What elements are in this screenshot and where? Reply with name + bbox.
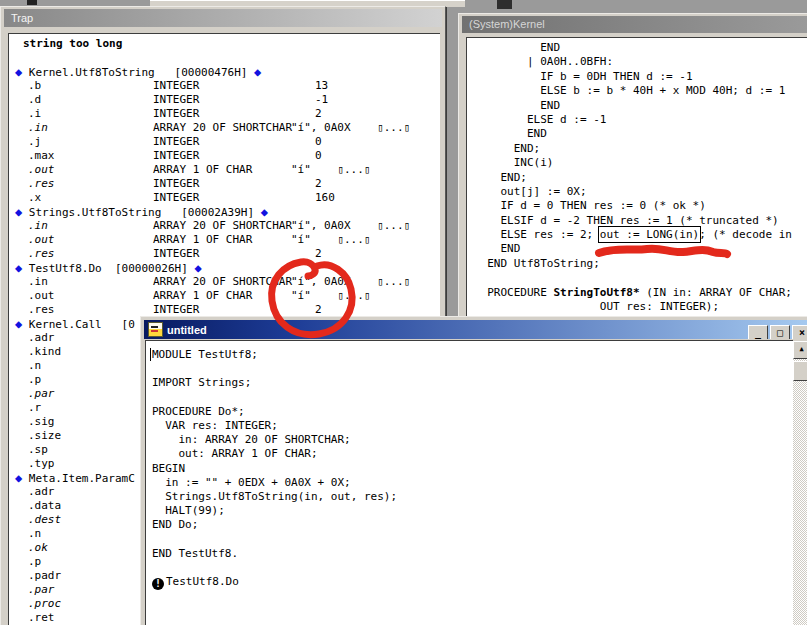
trap-procedure-name: Meta.Item.ParamC — [22, 472, 135, 485]
variable-name: .sig — [28, 415, 55, 429]
variable-name: .dest — [28, 513, 61, 527]
close-button[interactable]: × — [792, 325, 807, 339]
variable-value: 0 — [315, 149, 322, 163]
trap-variable-row[interactable]: .resINTEGER2 — [15, 177, 440, 191]
trap-variable-row[interactable]: .resINTEGER2 — [15, 247, 440, 261]
kernel-code-line: END — [474, 242, 807, 256]
variable-type: INTEGER — [153, 177, 199, 191]
commander-line[interactable]: !TestUtf8.Do — [152, 575, 793, 589]
variable-name: .par — [28, 387, 55, 401]
desktop-fragment — [497, 0, 512, 9]
variable-name: .out — [28, 289, 55, 303]
kernel-code-line: OUT res: INTEGER); — [474, 300, 807, 314]
code-segment: ELSE res := 2; — [474, 228, 600, 241]
scroll-up-arrow[interactable]: ▲ — [793, 341, 807, 359]
trap-variable-row[interactable]: .dINTEGER-1 — [15, 93, 440, 107]
variable-value: "í", 0A0X ▯...▯ — [291, 121, 410, 135]
editor-code-line: Strings.Utf8ToString(in, out, res); — [152, 490, 793, 504]
variable-type: INTEGER — [153, 191, 199, 205]
kernel-code-line: END; — [474, 142, 807, 156]
variable-name: .n — [28, 527, 41, 541]
editor-code-line: VAR res: INTEGER; — [152, 419, 793, 433]
scrollbar-thumb[interactable] — [793, 361, 807, 381]
kernel-code-line: PROCEDURE StringToUtf8* (IN in: ARRAY OF… — [474, 286, 807, 300]
variable-type: ARRAY 20 OF SHORTCHAR — [153, 219, 292, 233]
variable-value: "í", 0A0X ▯...▯ — [291, 219, 410, 233]
kernel-code-line: ELSE d := -1 — [474, 113, 807, 127]
trap-variable-row[interactable]: .iINTEGER2 — [15, 107, 440, 121]
variable-name: .in — [28, 219, 48, 233]
variable-name: .sp — [28, 443, 48, 457]
trap-variable-row[interactable]: .xINTEGER160 — [15, 191, 440, 205]
variable-name: .d — [28, 93, 41, 107]
kernel-code-line: END Utf8ToString; — [474, 257, 807, 271]
trap-error-message: string too long — [15, 37, 440, 51]
trap-variable-row[interactable]: .inARRAY 20 OF SHORTCHAR"í", 0A0X ▯...▯ — [15, 275, 440, 289]
variable-name: .adr — [28, 331, 55, 345]
trap-section-header: ◆ TestUtf8.Do [00000026H] ◆ — [15, 261, 440, 275]
vertical-scrollbar[interactable]: ▲ — [793, 341, 807, 625]
kernel-window-titlebar[interactable]: (System)Kernel — [462, 16, 807, 33]
editor-code-line: BEGIN — [152, 462, 793, 476]
variable-type: INTEGER — [153, 79, 199, 93]
editor-code-line — [152, 391, 793, 405]
kernel-code-line: END — [474, 127, 807, 141]
variable-value: "í" ▯...▯ — [291, 163, 370, 177]
variable-name: .out — [28, 163, 55, 177]
variable-type: INTEGER — [153, 135, 199, 149]
variable-value: "í" ▯...▯ — [291, 233, 370, 247]
trap-variable-row[interactable]: .bINTEGER13 — [15, 79, 440, 93]
editor-content[interactable]: MODULE TestUtf8;IMPORT Strings;PROCEDURE… — [145, 340, 793, 625]
spacer — [254, 206, 261, 219]
kernel-code-line: ELSIF d = -2 THEN res := 1 (* truncated … — [474, 214, 807, 228]
fold-diamond-icon[interactable]: ◆ — [194, 261, 201, 275]
variable-name: .max — [28, 149, 55, 163]
maximize-button[interactable]: □ — [770, 325, 790, 339]
variable-name: .p — [28, 555, 41, 569]
trap-variable-row[interactable]: .inARRAY 20 OF SHORTCHAR"í", 0A0X ▯...▯ — [15, 219, 440, 233]
commander-icon[interactable]: ! — [152, 578, 164, 590]
variable-name: .i — [28, 107, 41, 121]
variable-name: .ret — [28, 611, 55, 625]
editor-code-line: MODULE TestUtf8; — [152, 348, 793, 362]
trap-variable-row[interactable]: .outARRAY 1 OF CHAR"í" ▯...▯ — [15, 163, 440, 177]
untitled-window-title: untitled — [167, 321, 207, 339]
variable-value: 0 — [315, 135, 322, 149]
untitled-window-titlebar[interactable]: untitled _ □ × — [144, 320, 807, 339]
kernel-code-line: END — [474, 99, 807, 113]
editor-code-line: HALT(99); — [152, 504, 793, 518]
variable-name: .res — [28, 247, 55, 261]
variable-name: .r — [28, 401, 41, 415]
code-segment: ; (* decode in — [699, 228, 792, 241]
selected-code-box[interactable]: out := LONG(in) — [600, 228, 699, 241]
editor-code-line — [152, 362, 793, 376]
kernel-code-line: END; — [474, 171, 807, 185]
trap-procedure-name: TestUtf8.Do [00000026H] — [22, 262, 188, 275]
desktop-fragment — [27, 0, 37, 5]
window-buttons: _ □ × — [748, 325, 807, 339]
trap-window-titlebar[interactable]: Trap — [4, 9, 442, 27]
trap-procedure-name: Kernel.Call [0 — [22, 318, 135, 331]
trap-variable-row[interactable]: .inARRAY 20 OF SHORTCHAR"í", 0A0X ▯...▯ — [15, 121, 440, 135]
editor-code-line: out: ARRAY 1 OF CHAR; — [152, 447, 793, 461]
trap-variable-row[interactable]: .outARRAY 1 OF CHAR"í" ▯...▯ — [15, 289, 440, 303]
trap-variable-row[interactable]: .resINTEGER2 — [15, 303, 440, 317]
variable-name: .padr — [28, 569, 61, 583]
editor-code-line: in: ARRAY 20 OF SHORTCHAR; — [152, 433, 793, 447]
code-segment: (IN in: ARRAY OF CHAR; — [640, 286, 792, 299]
kernel-code-line: IF b = 0DH THEN d := -1 — [474, 70, 807, 84]
variable-type: INTEGER — [153, 247, 199, 261]
fold-diamond-icon[interactable]: ◆ — [254, 65, 261, 79]
trap-variable-row[interactable]: .jINTEGER0 — [15, 135, 440, 149]
variable-name: .proc — [28, 597, 61, 611]
kernel-code-line: ELSE res := 2; out := LONG(in); (* decod… — [474, 228, 807, 242]
fold-diamond-icon[interactable]: ◆ — [261, 205, 268, 219]
trap-variable-row[interactable]: .maxINTEGER0 — [15, 149, 440, 163]
variable-value: 2 — [315, 107, 322, 121]
trap-variable-row[interactable]: .outARRAY 1 OF CHAR"í" ▯...▯ — [15, 233, 440, 247]
variable-name: .size — [28, 429, 61, 443]
variable-type: INTEGER — [153, 149, 199, 163]
minimize-button[interactable]: _ — [748, 325, 768, 339]
kernel-code-line: IF d = 0 THEN res := 0 (* ok *) — [474, 199, 807, 213]
variable-value: 2 — [315, 247, 322, 261]
